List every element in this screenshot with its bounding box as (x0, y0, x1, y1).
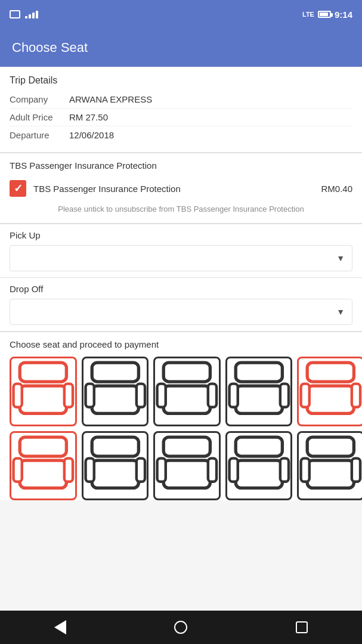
insurance-row: ✓ TBS Passenger Insurance Protection RM0… (0, 175, 362, 202)
svg-rect-37 (308, 460, 354, 488)
bar2 (29, 14, 31, 18)
seats-title: Choose seat and proceed to payment (10, 339, 352, 349)
home-icon (174, 621, 187, 634)
bar1 (25, 16, 27, 18)
svg-rect-15 (280, 384, 289, 407)
svg-rect-21 (20, 460, 66, 488)
status-bar-right: LTE 9:14 (302, 10, 352, 20)
svg-rect-12 (236, 363, 282, 382)
svg-rect-34 (229, 458, 237, 481)
departure-value: 12/06/2018 (69, 130, 114, 140)
svg-rect-17 (308, 386, 354, 413)
seat-1-3[interactable] (225, 431, 293, 501)
seat-0-0 (10, 357, 77, 426)
checkmark-icon: ✓ (14, 182, 23, 195)
seat-grid (10, 357, 352, 500)
svg-rect-13 (236, 386, 282, 413)
svg-rect-35 (280, 458, 289, 481)
svg-rect-32 (236, 437, 282, 456)
company-value: ARWANA EXPRESS (69, 94, 152, 104)
dropoff-arrow-icon: ▼ (336, 307, 345, 317)
insurance-label: TBS Passenger Insurance Protection (33, 184, 314, 194)
svg-rect-27 (136, 458, 144, 481)
seat-0-3[interactable] (225, 357, 293, 426)
svg-rect-28 (163, 437, 210, 456)
seat-0-2[interactable] (153, 357, 221, 426)
insurance-checkbox[interactable]: ✓ (10, 180, 26, 197)
svg-rect-7 (136, 384, 144, 407)
dropoff-dropdown[interactable]: ▼ (10, 299, 352, 325)
adult-price-row: Adult Price RM 27.50 (10, 109, 352, 126)
battery-fill (320, 13, 328, 16)
status-bar: LTE 9:14 (0, 0, 362, 29)
signal-bars (25, 10, 38, 18)
insurance-price: RM0.40 (321, 184, 352, 194)
pickup-label: Pick Up (10, 230, 352, 240)
insurance-section: TBS Passenger Insurance Protection ✓ TBS… (0, 153, 362, 224)
svg-rect-1 (20, 386, 66, 413)
seat-0-1[interactable] (82, 357, 149, 426)
seat-1-1[interactable] (82, 431, 149, 501)
svg-rect-6 (85, 384, 94, 407)
seat-1-0 (10, 431, 77, 501)
back-button[interactable] (48, 615, 72, 639)
svg-rect-31 (208, 458, 216, 481)
pickup-section: Pick Up ▼ (0, 224, 362, 278)
lte-label: LTE (302, 11, 314, 18)
page-title: Choose Seat (12, 40, 88, 55)
pickup-dropdown[interactable]: ▼ (10, 245, 352, 271)
adult-price-label: Adult Price (10, 112, 69, 122)
departure-label: Departure (10, 130, 69, 140)
svg-rect-0 (20, 363, 66, 382)
svg-rect-5 (92, 386, 138, 413)
svg-rect-18 (301, 384, 310, 407)
svg-rect-36 (308, 437, 354, 456)
insurance-header: TBS Passenger Insurance Protection (0, 153, 362, 175)
status-bar-left (10, 10, 38, 18)
svg-rect-20 (20, 437, 66, 456)
clock-time: 9:14 (335, 10, 352, 20)
svg-rect-29 (163, 460, 210, 488)
svg-rect-38 (301, 458, 310, 481)
svg-rect-30 (157, 458, 166, 481)
seats-section: Choose seat and proceed to payment (0, 332, 362, 500)
svg-rect-26 (85, 458, 94, 481)
svg-rect-25 (92, 460, 138, 488)
svg-rect-9 (163, 386, 210, 413)
seat-0-4 (297, 357, 362, 426)
pickup-arrow-icon: ▼ (336, 253, 345, 263)
content-area: Trip Details Company ARWANA EXPRESS Adul… (0, 67, 362, 500)
departure-row: Departure 12/06/2018 (10, 126, 352, 144)
adult-price-value: RM 27.50 (69, 112, 108, 122)
seat-1-4[interactable] (297, 431, 362, 501)
bar4 (36, 11, 38, 18)
svg-rect-4 (92, 363, 138, 382)
bar3 (32, 13, 35, 18)
seat-1-2[interactable] (153, 431, 221, 501)
svg-rect-14 (229, 384, 237, 407)
svg-rect-8 (163, 363, 210, 382)
svg-rect-2 (14, 384, 22, 407)
svg-rect-19 (352, 384, 360, 407)
home-button[interactable] (169, 615, 193, 639)
svg-rect-33 (236, 460, 282, 488)
svg-rect-10 (157, 384, 166, 407)
trip-details-section: Trip Details Company ARWANA EXPRESS Adul… (0, 67, 362, 153)
dropoff-section: Drop Off ▼ (0, 278, 362, 332)
svg-rect-11 (208, 384, 216, 407)
sim-icon (10, 10, 20, 18)
company-label: Company (10, 94, 69, 104)
svg-rect-22 (14, 458, 22, 481)
company-row: Company ARWANA EXPRESS (10, 91, 352, 109)
app-bar: Choose Seat (0, 29, 362, 67)
recents-button[interactable] (290, 615, 314, 639)
svg-rect-24 (92, 437, 138, 456)
svg-rect-39 (352, 458, 360, 481)
trip-details-title: Trip Details (10, 75, 352, 86)
battery-icon (318, 11, 331, 18)
svg-rect-3 (64, 384, 73, 407)
back-icon (54, 620, 66, 634)
svg-rect-23 (64, 458, 73, 481)
recents-icon (296, 621, 308, 633)
bottom-nav (0, 611, 362, 644)
